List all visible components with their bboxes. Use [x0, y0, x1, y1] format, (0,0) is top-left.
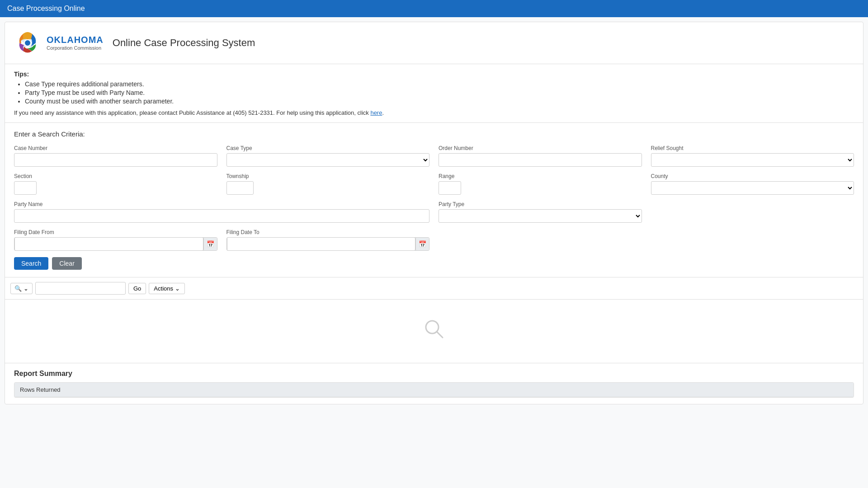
case-type-label: Case Type [226, 145, 430, 151]
filing-date-to-calendar-icon[interactable]: 📅 [415, 238, 429, 250]
filing-date-from-calendar-icon[interactable]: 📅 [203, 238, 217, 250]
order-number-label: Order Number [439, 145, 642, 151]
svg-line-4 [437, 332, 443, 338]
button-row: Search Clear [14, 257, 854, 270]
search-button[interactable]: Search [14, 257, 48, 270]
search-icon: 🔍 [14, 285, 22, 292]
filing-date-to-input[interactable] [227, 237, 416, 251]
range-label: Range [439, 173, 642, 179]
party-name-input[interactable] [14, 209, 429, 223]
relief-sought-select[interactable] [651, 153, 854, 167]
contact-line: If you need any assistance with this app… [14, 109, 854, 116]
tips-list: Case Type requires additional parameters… [25, 80, 854, 105]
help-link[interactable]: here [370, 109, 382, 116]
filing-date-to-group: Filing Date To 📅 [226, 229, 430, 251]
filing-date-to-label: Filing Date To [226, 229, 430, 235]
rows-returned-header: Rows Returned [14, 383, 854, 397]
relief-sought-label: Relief Sought [651, 145, 854, 151]
filing-date-from-group: Filing Date From 📅 [14, 229, 217, 251]
party-type-group: Party Type [439, 201, 642, 223]
occ-logo [14, 29, 41, 56]
filing-date-from-label: Filing Date From [14, 229, 217, 235]
tips-section: Tips: Case Type requires additional para… [5, 64, 863, 123]
no-results-icon [423, 318, 445, 345]
report-section: Report Summary Rows Returned [5, 363, 863, 404]
filing-date-from-input[interactable] [14, 237, 203, 251]
logo-text: OKLAHOMA Corporation Commission [47, 34, 104, 51]
results-area [5, 300, 863, 363]
system-title: Online Case Processing System [113, 37, 255, 49]
tips-item-3: County must be used with another search … [25, 98, 854, 105]
tips-item-2: Party Type must be used with Party Name. [25, 89, 854, 96]
case-type-select[interactable] [226, 153, 430, 167]
case-number-group: Case Number [14, 145, 217, 167]
top-bar-title: Case Processing Online [7, 5, 85, 12]
case-type-group: Case Type [226, 145, 430, 167]
toolbar-go-button[interactable]: Go [128, 283, 146, 294]
township-label: Township [226, 173, 430, 179]
svg-point-2 [25, 40, 30, 46]
township-group: Township [226, 173, 430, 195]
county-label: County [651, 173, 854, 179]
logo-oklahoma: OKLAHOMA [47, 34, 104, 45]
county-select[interactable] [651, 181, 854, 195]
filing-date-to-wrapper: 📅 [226, 237, 430, 251]
actions-label: Actions [154, 285, 173, 292]
party-name-label: Party Name [14, 201, 429, 207]
toolbar-search-button[interactable]: 🔍 ⌄ [10, 283, 33, 294]
toolbar-search-chevron: ⌄ [24, 285, 28, 292]
search-form-row-4: Filing Date From 📅 Filing Date To 📅 [14, 229, 854, 251]
case-number-input[interactable] [14, 153, 217, 167]
contact-text: If you need any assistance with this app… [14, 109, 369, 116]
results-toolbar: 🔍 ⌄ Go Actions ⌄ [5, 277, 863, 300]
search-form-row-3: Party Name Party Type [14, 201, 854, 223]
range-group: Range [439, 173, 642, 195]
search-section-title: Enter a Search Criteria: [14, 130, 854, 138]
order-number-input[interactable] [439, 153, 642, 167]
report-table: Rows Returned [14, 382, 854, 398]
main-container: OKLAHOMA Corporation Commission Online C… [5, 22, 863, 404]
logo-area: OKLAHOMA Corporation Commission [14, 29, 104, 56]
filing-date-from-wrapper: 📅 [14, 237, 217, 251]
section-group: Section [14, 173, 217, 195]
report-title: Report Summary [14, 370, 854, 378]
section-input[interactable] [14, 181, 37, 195]
toolbar-actions-button[interactable]: Actions ⌄ [149, 283, 185, 294]
top-bar: Case Processing Online [0, 0, 868, 17]
party-name-group: Party Name [14, 201, 429, 223]
header-section: OKLAHOMA Corporation Commission Online C… [5, 22, 863, 64]
tips-header: Tips: [14, 70, 854, 78]
relief-sought-group: Relief Sought [651, 145, 854, 167]
section-label: Section [14, 173, 217, 179]
search-section: Enter a Search Criteria: Case Number Cas… [5, 123, 863, 277]
logo-commission: Corporation Commission [47, 45, 104, 51]
actions-chevron-icon: ⌄ [175, 285, 180, 292]
township-input[interactable] [226, 181, 254, 195]
range-input[interactable] [439, 181, 461, 195]
search-form-row-1: Case Number Case Type Order Number Relie… [14, 145, 854, 167]
tips-item-1: Case Type requires additional parameters… [25, 80, 854, 88]
party-type-label: Party Type [439, 201, 642, 207]
toolbar-filter-input[interactable] [35, 282, 126, 295]
order-number-group: Order Number [439, 145, 642, 167]
search-form-row-2: Section Township Range County [14, 173, 854, 195]
county-group: County [651, 173, 854, 195]
party-type-select[interactable] [439, 209, 642, 223]
case-number-label: Case Number [14, 145, 217, 151]
clear-button[interactable]: Clear [52, 257, 81, 270]
